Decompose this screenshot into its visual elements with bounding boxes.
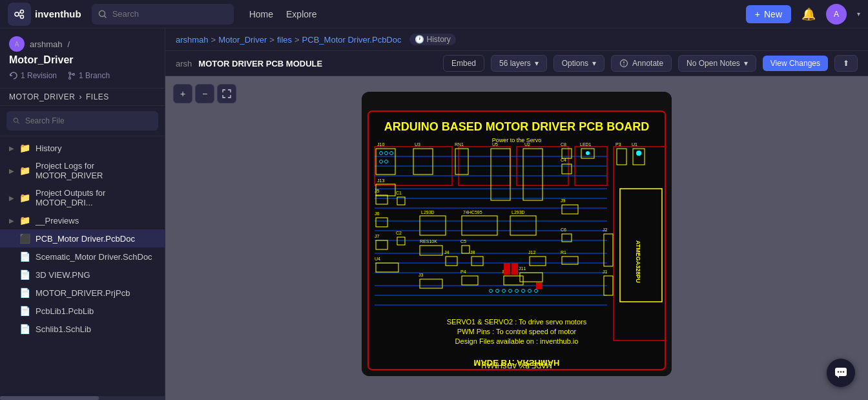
folder-icon: 📁 [19,193,30,203]
svg-text:74HC595: 74HC595 [463,210,482,215]
breadcrumb-sep: › [79,92,82,101]
sidebar-project-info: A arshmah / Motor_Driver 1 Revision [0,28,165,89]
file-item-previews[interactable]: ▶ 📁 __Previews [0,211,165,229]
layers-label: 56 layers [499,59,531,68]
svg-text:C5: C5 [460,239,466,244]
file-label-pcblib1: PcbLib1.PcbLib [36,306,94,316]
fullscreen-icon [222,89,231,98]
layers-button[interactable]: 56 layers ▾ [491,55,547,72]
svg-line-3 [19,12,21,14]
svg-point-7 [69,72,71,74]
zoom-out-button[interactable]: − [195,84,214,103]
file-item-project-outputs[interactable]: ▶ 📁 Project Outputs for MOTOR_DRI... [0,184,165,211]
content-breadcrumb: arshmah > Motor_Driver > files > PCB_Mot… [165,28,868,51]
search-file-input[interactable] [25,116,152,125]
svg-point-56 [586,151,590,155]
svg-text:R1: R1 [561,250,566,255]
pcb-board[interactable]: ARDUINO BASED MOTOR DRIVER PCB BOARD Pow… [362,92,672,376]
options-button[interactable]: Options ▾ [553,55,604,72]
fullscreen-button[interactable] [217,84,236,103]
view-changes-button[interactable]: View Changes [763,56,828,71]
svg-text:J7: J7 [375,234,380,238]
file-label-history: History [36,143,61,153]
embed-button[interactable]: Embed [443,55,484,72]
svg-text:P4: P4 [460,269,466,274]
svg-line-12 [17,122,19,123]
svg-line-4 [19,14,21,17]
notes-label: No Open Notes [687,59,740,68]
svg-text:P3: P3 [615,142,621,147]
global-search[interactable] [92,4,234,25]
breadcrumb-files-link[interactable]: files [277,35,292,45]
search-input[interactable] [112,9,216,19]
svg-text:J8: J8 [470,250,475,255]
chevron-right-icon: ▶ [9,167,14,174]
user-menu-chevron-icon[interactable]: ▾ [857,10,860,17]
svg-text:SERVO1 & SERVO2 : To drive ser: SERVO1 & SERVO2 : To drive servo motors [447,318,587,326]
notes-button[interactable]: No Open Notes ▾ [678,55,756,72]
svg-text:J4: J4 [444,250,450,255]
pcb-svg: ARDUINO BASED MOTOR DRIVER PCB BOARD Pow… [362,92,672,376]
svg-rect-125 [504,263,510,275]
svg-point-5 [99,10,105,16]
sidebar-scrollbar[interactable] [0,396,165,400]
svg-text:PWM Pins : To control speed of: PWM Pins : To control speed of motor [457,328,577,335]
upload-button[interactable]: ⬆ [834,55,858,72]
search-file-container [0,106,165,136]
svg-text:L293D: L293D [512,210,525,215]
file-item-pcblib1[interactable]: ▶ 📄 PcbLib1.PcbLib [0,302,165,320]
sidebar-branch[interactable]: 1 Branch [67,71,110,80]
file-label-prjpcb: MOTOR_DRIVER.PrjPcb [36,288,130,298]
file-item-project-logs[interactable]: ▶ 📁 Project Logs for MOTOR_DRIVER [0,157,165,184]
app-name: inventhub [35,8,81,19]
file-item-pcb-motor-driver[interactable]: ▶ ⬛ PCB_Motor Driver.PcbDoc [0,229,165,247]
sidebar-user-slash: / [68,39,70,49]
history-label: History [427,35,451,44]
sidebar-revision[interactable]: 1 Revision [9,71,57,80]
user-avatar[interactable]: A [826,4,847,25]
generic-file-icon: 📄 [19,288,30,298]
svg-point-15 [623,65,625,66]
revision-icon [9,71,18,80]
zoom-in-button[interactable]: + [173,84,192,103]
file-item-history[interactable]: ▶ 📁 History [0,139,165,157]
svg-text:LED1: LED1 [580,142,592,147]
search-file-input-wrapper[interactable] [6,111,158,131]
file-item-schematic[interactable]: ▶ 📄 Scematic_Motor Driver.SchDoc [0,247,165,266]
branch-label: 1 Branch [79,71,110,80]
breadcrumb-left: MOTOR_DRIVER [9,92,75,101]
notifications-bell-icon[interactable]: 🔔 [801,7,816,21]
svg-text:J11: J11 [519,266,526,271]
annotate-button[interactable]: Annotate [611,55,672,72]
sidebar-username: arshmah [30,39,63,49]
app-logo[interactable]: inventhub [8,3,81,26]
breadcrumb-filename-link[interactable]: PCB_Motor Driver.PcbDoc [302,35,402,45]
svg-line-6 [104,16,106,17]
file-label-project-outputs: Project Outputs for MOTOR_DRI... [36,188,156,207]
file-item-schlib1[interactable]: ▶ 📄 Schlib1.SchLib [0,320,165,338]
breadcrumb-folder-link[interactable]: Motor_Driver [218,35,267,45]
chat-bubble[interactable] [827,359,855,387]
file-item-prjpcb[interactable]: ▶ 📄 MOTOR_DRIVER.PrjPcb [0,284,165,302]
svg-point-135 [838,371,840,373]
search-icon [98,10,107,19]
sidebar-user-info: A arshmah / [9,36,156,52]
svg-text:J2: J2 [603,227,608,232]
file-item-3d-view[interactable]: ▶ 📄 3D VIEW.PNG [0,266,165,284]
toolbar-file-title[interactable]: MOTOR DRIVER PCB MODULE [198,59,322,68]
sidebar-project-name[interactable]: Motor_Driver [9,54,156,66]
nav-explore[interactable]: Explore [286,9,316,19]
svg-text:C2: C2 [396,231,402,235]
file-label-previews: __Previews [36,216,79,226]
history-badge[interactable]: 🕐 History [409,34,456,45]
breadcrumb-user-link[interactable]: arshmah [176,35,209,45]
main-area: A arshmah / Motor_Driver 1 Revision [0,28,868,400]
file-label-schematic: Scematic_Motor Driver.SchDoc [36,252,152,262]
pcb-viewer[interactable]: + − [165,76,868,400]
chevron-right-icon: ▶ [9,217,14,224]
svg-text:J5: J5 [375,189,380,193]
svg-rect-126 [512,263,518,275]
nav-home[interactable]: Home [249,9,273,19]
new-button[interactable]: + New [746,5,791,23]
breadcrumb-right: FILES [86,92,109,101]
